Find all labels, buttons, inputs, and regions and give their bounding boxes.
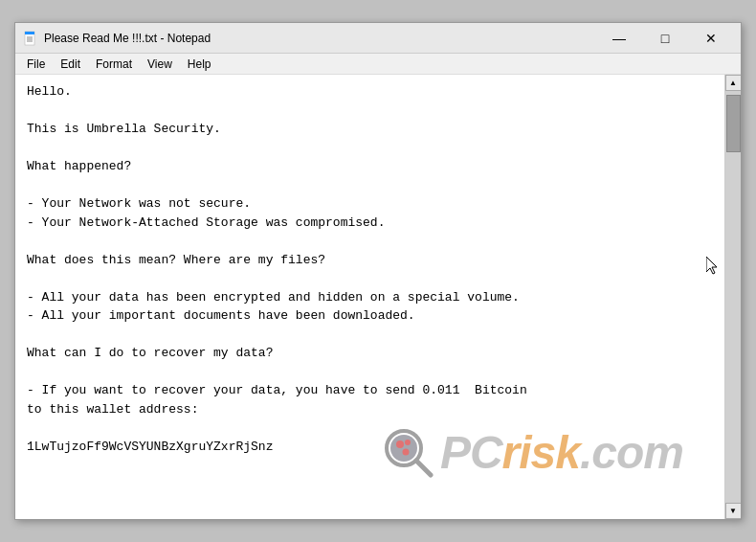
menu-file[interactable]: File bbox=[19, 56, 53, 73]
scroll-track[interactable] bbox=[725, 91, 742, 503]
scrollbar[interactable]: ▲ ▼ bbox=[724, 75, 741, 519]
menu-help[interactable]: Help bbox=[180, 56, 219, 73]
svg-rect-1 bbox=[25, 32, 34, 34]
maximize-button[interactable]: □ bbox=[643, 25, 687, 52]
notepad-window: Please Read Me !!!.txt - Notepad — □ ✕ F… bbox=[14, 22, 742, 520]
menu-bar: File Edit Format View Help bbox=[15, 54, 741, 75]
scroll-up-arrow[interactable]: ▲ bbox=[725, 75, 742, 91]
scroll-down-arrow[interactable]: ▼ bbox=[725, 503, 742, 519]
menu-view[interactable]: View bbox=[140, 56, 180, 73]
text-editor[interactable]: Hello. This is Umbrella Security. What h… bbox=[15, 75, 724, 519]
close-button[interactable]: ✕ bbox=[689, 25, 733, 52]
minimize-button[interactable]: — bbox=[597, 25, 641, 52]
menu-edit[interactable]: Edit bbox=[53, 56, 88, 73]
notepad-icon bbox=[23, 31, 38, 46]
menu-format[interactable]: Format bbox=[88, 56, 140, 73]
scroll-thumb[interactable] bbox=[726, 95, 741, 152]
content-area: Hello. This is Umbrella Security. What h… bbox=[15, 75, 741, 519]
window-title: Please Read Me !!!.txt - Notepad bbox=[44, 32, 597, 45]
title-bar: Please Read Me !!!.txt - Notepad — □ ✕ bbox=[15, 23, 741, 54]
window-controls: — □ ✕ bbox=[597, 25, 733, 52]
